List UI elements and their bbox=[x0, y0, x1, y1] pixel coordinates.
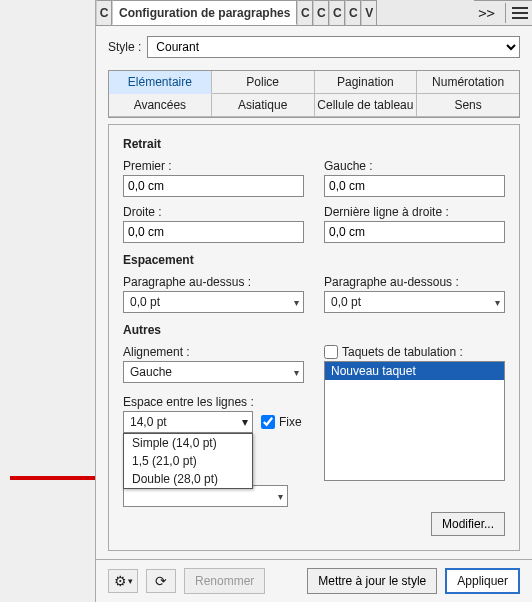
bottom-bar: ⚙▾ ⟳ Renommer Mettre à jour le style App… bbox=[96, 559, 532, 602]
cat-tab-police[interactable]: Police bbox=[212, 71, 315, 94]
gear-icon: ⚙ bbox=[114, 573, 127, 589]
category-tabs: Elémentaire Police Pagination Numérotati… bbox=[108, 70, 520, 118]
input-gauche[interactable] bbox=[324, 175, 505, 197]
chevron-down-icon: ▾ bbox=[128, 576, 133, 586]
section-retrait-title: Retrait bbox=[123, 137, 505, 151]
tab-main-config[interactable]: Configuration de paragraphes bbox=[112, 0, 297, 25]
label-derniere: Dernière ligne à droite : bbox=[324, 205, 505, 219]
cat-tab-pagination[interactable]: Pagination bbox=[315, 71, 418, 94]
cat-tab-elementaire[interactable]: Elémentaire bbox=[109, 71, 212, 94]
tab-mini-5[interactable]: V bbox=[361, 0, 377, 25]
taquet-item-selected[interactable]: Nouveau taquet bbox=[325, 362, 504, 380]
input-droite[interactable] bbox=[123, 221, 304, 243]
section-autres-title: Autres bbox=[123, 323, 505, 337]
tabstrip-separator bbox=[505, 3, 506, 23]
combo-au-dessous[interactable]: 0,0 pt ▾ bbox=[324, 291, 505, 313]
combo-au-dessous-value: 0,0 pt bbox=[331, 295, 361, 309]
dropdown-option-1-5[interactable]: 1,5 (21,0 pt) bbox=[124, 452, 252, 470]
annotation-arrow bbox=[10, 476, 102, 480]
modifier-button[interactable]: Modifier... bbox=[431, 512, 505, 536]
cat-tab-avancees[interactable]: Avancées bbox=[109, 94, 212, 117]
tab-mini-3[interactable]: C bbox=[329, 0, 345, 25]
panel-menu-icon[interactable] bbox=[512, 6, 528, 20]
style-select[interactable]: Courant bbox=[147, 36, 520, 58]
taquets-checkbox-row[interactable]: Taquets de tabulation : bbox=[324, 345, 505, 359]
dropdown-option-double[interactable]: Double (28,0 pt) bbox=[124, 470, 252, 488]
section-espacement-title: Espacement bbox=[123, 253, 505, 267]
cat-tab-cellule[interactable]: Cellule de tableau bbox=[315, 94, 418, 117]
combo-alignement-value: Gauche bbox=[130, 365, 172, 379]
combo-au-dessus-value: 0,0 pt bbox=[130, 295, 160, 309]
taquets-listbox[interactable]: Nouveau taquet bbox=[324, 361, 505, 481]
label-au-dessus: Paragraphe au-dessus : bbox=[123, 275, 304, 289]
chevron-down-icon: ▾ bbox=[495, 297, 500, 308]
paragraph-config-panel: C Configuration de paragraphes C C C C V… bbox=[95, 0, 532, 602]
input-derniere[interactable] bbox=[324, 221, 505, 243]
dropdown-option-simple[interactable]: Simple (14,0 pt) bbox=[124, 434, 252, 452]
taquets-checkbox[interactable] bbox=[324, 345, 338, 359]
form-area: Retrait Premier : Gauche : Droite : Dern… bbox=[108, 124, 520, 551]
combo-espace-lignes[interactable]: 14,0 pt ▾ bbox=[123, 411, 253, 433]
tab-mini-1[interactable]: C bbox=[297, 0, 313, 25]
panel-tabstrip: C Configuration de paragraphes C C C C V… bbox=[96, 0, 532, 26]
label-alignement: Alignement : bbox=[123, 345, 304, 359]
label-espace-lignes: Espace entre les lignes : bbox=[123, 395, 304, 409]
tab-overflow-button[interactable]: >> bbox=[474, 5, 499, 21]
label-premier: Premier : bbox=[123, 159, 304, 173]
rename-button: Renommer bbox=[184, 568, 265, 594]
app-background bbox=[0, 0, 95, 602]
tab-mini-left[interactable]: C bbox=[96, 0, 112, 25]
refresh-icon: ⟳ bbox=[155, 573, 167, 589]
gear-dropdown-button[interactable]: ⚙▾ bbox=[108, 569, 138, 593]
chevron-down-icon: ▾ bbox=[294, 297, 299, 308]
fixe-checkbox[interactable] bbox=[261, 415, 275, 429]
update-style-button[interactable]: Mettre à jour le style bbox=[307, 568, 437, 594]
combo-au-dessus[interactable]: 0,0 pt ▾ bbox=[123, 291, 304, 313]
fixe-label: Fixe bbox=[279, 415, 302, 429]
cat-tab-numerotation[interactable]: Numérotation bbox=[417, 71, 519, 94]
label-droite: Droite : bbox=[123, 205, 304, 219]
combo-espace-lignes-value: 14,0 pt bbox=[130, 415, 167, 429]
fixe-checkbox-row[interactable]: Fixe bbox=[261, 415, 302, 429]
style-label: Style : bbox=[108, 40, 141, 54]
cat-tab-sens[interactable]: Sens bbox=[417, 94, 519, 117]
chevron-down-icon: ▾ bbox=[242, 415, 248, 429]
chevron-down-icon: ▾ bbox=[278, 491, 283, 502]
refresh-button[interactable]: ⟳ bbox=[146, 569, 176, 593]
espace-lignes-dropdown: Simple (14,0 pt) 1,5 (21,0 pt) Double (2… bbox=[123, 433, 253, 489]
input-premier[interactable] bbox=[123, 175, 304, 197]
chevron-down-icon: ▾ bbox=[294, 367, 299, 378]
style-row: Style : Courant bbox=[108, 36, 520, 58]
tab-mini-2[interactable]: C bbox=[313, 0, 329, 25]
label-au-dessous: Paragraphe au-dessous : bbox=[324, 275, 505, 289]
label-gauche: Gauche : bbox=[324, 159, 505, 173]
tab-mini-4[interactable]: C bbox=[345, 0, 361, 25]
apply-button[interactable]: Appliquer bbox=[445, 568, 520, 594]
taquets-label: Taquets de tabulation : bbox=[342, 345, 463, 359]
combo-alignement[interactable]: Gauche ▾ bbox=[123, 361, 304, 383]
cat-tab-asiatique[interactable]: Asiatique bbox=[212, 94, 315, 117]
